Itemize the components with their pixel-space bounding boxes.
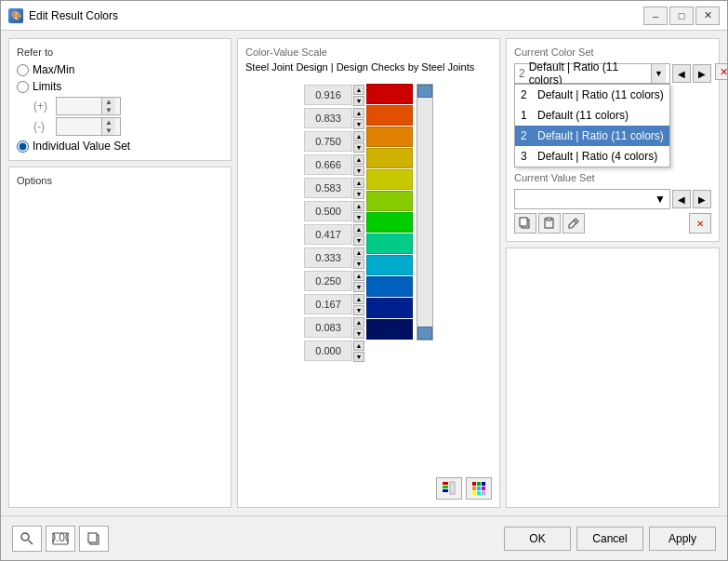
decrement-btn-7[interactable]: ▼ xyxy=(353,259,364,269)
increment-btn-7[interactable]: ▲ xyxy=(353,247,364,258)
toolbar-icon-btn-1[interactable] xyxy=(436,477,462,500)
value-box-2[interactable]: 0.750 xyxy=(304,131,352,152)
delete-value-set-button[interactable]: ✕ xyxy=(689,213,711,234)
color-swatch-8[interactable] xyxy=(366,255,413,275)
plus-decrement-button[interactable]: ▼ xyxy=(102,106,115,114)
spin-arrows-3: ▲▼ xyxy=(353,154,364,176)
search-button[interactable] xyxy=(12,526,42,552)
color-swatch-1[interactable] xyxy=(366,105,413,126)
color-swatch-0[interactable] xyxy=(366,84,413,104)
slider-thumb-bottom[interactable] xyxy=(417,327,432,340)
value-box-7[interactable]: 0.333 xyxy=(304,247,352,268)
decrement-btn-9[interactable]: ▼ xyxy=(353,305,364,315)
copy-icon-button[interactable] xyxy=(514,213,536,234)
apply-button[interactable]: Apply xyxy=(649,527,716,551)
minus-spinbox[interactable]: 0.000 ▲ ▼ xyxy=(56,117,121,136)
increment-btn-8[interactable]: ▲ xyxy=(353,271,364,281)
slider-thumb-top[interactable] xyxy=(417,85,432,98)
value-box-0[interactable]: 0.916 xyxy=(304,85,352,105)
close-button[interactable]: ✕ xyxy=(695,7,720,25)
increment-btn-3[interactable]: ▲ xyxy=(353,154,364,165)
minimize-button[interactable]: – xyxy=(643,7,668,25)
value-box-5[interactable]: 0.500 xyxy=(304,201,352,221)
item-num-3: 3 xyxy=(521,150,534,163)
decrement-btn-2[interactable]: ▼ xyxy=(353,142,364,153)
increment-btn-10[interactable]: ▲ xyxy=(353,317,364,327)
increment-btn-9[interactable]: ▲ xyxy=(353,294,364,304)
menu-item-1[interactable]: 1 Default (11 colors) xyxy=(515,105,669,126)
decrement-btn-1[interactable]: ▼ xyxy=(353,119,364,129)
value-set-dropdown[interactable]: ▼ xyxy=(514,189,670,209)
value-box-1[interactable]: 0.833 xyxy=(304,108,352,128)
refer-to-title: Refer to xyxy=(17,47,223,58)
decrement-btn-4[interactable]: ▼ xyxy=(353,189,364,199)
color-swatch-10[interactable] xyxy=(366,298,413,318)
decrement-btn-0[interactable]: ▼ xyxy=(353,96,364,106)
value-box-11[interactable]: 0.000 xyxy=(304,341,352,361)
next-value-set-button[interactable]: ▶ xyxy=(693,190,711,208)
color-swatch-11[interactable] xyxy=(366,319,413,340)
maximize-button[interactable]: □ xyxy=(669,7,694,25)
value-box-6[interactable]: 0.417 xyxy=(304,224,352,245)
decrement-btn-5[interactable]: ▼ xyxy=(353,212,364,222)
value-box-3[interactable]: 0.666 xyxy=(304,154,352,175)
increment-btn-0[interactable]: ▲ xyxy=(353,85,364,95)
increment-btn-5[interactable]: ▲ xyxy=(353,201,364,211)
decrement-btn-6[interactable]: ▼ xyxy=(353,235,364,246)
color-swatch-5[interactable] xyxy=(366,191,413,211)
color-swatch-6[interactable] xyxy=(366,212,413,233)
decrement-btn-11[interactable]: ▼ xyxy=(353,352,364,362)
minus-decrement-button[interactable]: ▼ xyxy=(102,127,115,135)
plus-input[interactable]: 1.000 xyxy=(57,98,101,114)
prev-color-set-button[interactable]: ◀ xyxy=(672,64,691,83)
increment-btn-1[interactable]: ▲ xyxy=(353,108,364,118)
maxmin-radio-row[interactable]: Max/Min xyxy=(17,63,223,76)
value-box-4[interactable]: 0.583 xyxy=(304,178,352,198)
dropdown-arrow[interactable]: ▼ xyxy=(651,64,666,83)
color-swatch-3[interactable] xyxy=(366,148,413,168)
svg-point-18 xyxy=(21,533,29,541)
maxmin-radio[interactable] xyxy=(17,64,29,76)
individual-radio-row[interactable]: Individual Value Set xyxy=(17,140,223,153)
next-color-set-button[interactable]: ▶ xyxy=(693,64,711,83)
decrement-btn-3[interactable]: ▼ xyxy=(353,166,364,176)
decrement-btn-8[interactable]: ▼ xyxy=(353,282,364,292)
delete-color-set-button[interactable]: ✕ xyxy=(715,63,727,80)
increment-btn-4[interactable]: ▲ xyxy=(353,178,364,188)
color-set-menu: 2 Default | Ratio (11 colors) 1 Default … xyxy=(514,84,670,167)
value-box-9[interactable]: 0.167 xyxy=(304,294,352,314)
individual-radio[interactable] xyxy=(17,140,29,153)
increment-btn-6[interactable]: ▲ xyxy=(353,224,364,234)
color-swatch-7[interactable] xyxy=(366,234,413,254)
edit-icon-button[interactable] xyxy=(563,213,585,234)
plus-increment-button[interactable]: ▲ xyxy=(102,98,115,106)
plus-spinbox[interactable]: 1.000 ▲ ▼ xyxy=(56,97,121,115)
toolbar-icon-btn-2[interactable] xyxy=(466,477,492,500)
ok-button[interactable]: OK xyxy=(504,527,571,551)
menu-item-2[interactable]: 2 Default | Ratio (11 colors) xyxy=(515,126,669,146)
minus-input[interactable]: 0.000 xyxy=(57,118,101,135)
color-swatch-2[interactable] xyxy=(366,127,413,147)
increment-btn-2[interactable]: ▲ xyxy=(353,131,364,141)
value-box-10[interactable]: 0.083 xyxy=(304,317,352,338)
cancel-button[interactable]: Cancel xyxy=(576,527,643,551)
prev-value-set-button[interactable]: ◀ xyxy=(672,190,691,208)
menu-item-3[interactable]: 3 Default | Ratio (4 colors) xyxy=(515,146,669,167)
limits-radio[interactable] xyxy=(17,81,29,93)
copy-button[interactable] xyxy=(79,526,109,552)
color-set-dropdown[interactable]: 2 Default | Ratio (11 colors) ▼ xyxy=(514,63,670,84)
limits-radio-row[interactable]: Limits xyxy=(17,80,223,93)
value-button[interactable]: 0.00 xyxy=(46,526,75,552)
minus-increment-button[interactable]: ▲ xyxy=(102,118,115,127)
color-swatch-4[interactable] xyxy=(366,169,413,190)
increment-btn-11[interactable]: ▲ xyxy=(353,341,364,351)
paste-icon-button[interactable] xyxy=(538,213,561,234)
middle-panel: Color-Value Scale Steel Joint Design | D… xyxy=(237,38,500,508)
svg-rect-14 xyxy=(520,218,527,226)
menu-item-0[interactable]: 2 Default | Ratio (11 colors) xyxy=(515,85,669,105)
svg-rect-0 xyxy=(443,482,448,485)
value-box-8[interactable]: 0.250 xyxy=(304,271,352,291)
decrement-btn-10[interactable]: ▼ xyxy=(353,328,364,339)
color-swatch-9[interactable] xyxy=(366,276,413,297)
item-num-1: 1 xyxy=(521,109,534,122)
